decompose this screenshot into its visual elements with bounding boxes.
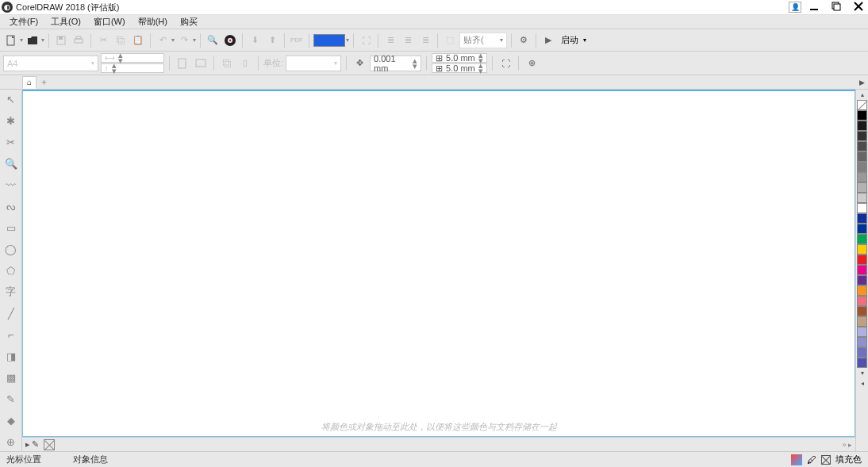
- nudge-distance-field[interactable]: 0.001 mm▴▾: [370, 56, 421, 71]
- palette-swatch-10[interactable]: [857, 213, 867, 224]
- treat-as-filled-button[interactable]: ⛶: [497, 56, 513, 71]
- export-button: ⬆: [264, 33, 280, 48]
- menu-tools[interactable]: 工具(O): [44, 16, 87, 28]
- connector-tool[interactable]: ⌐: [3, 327, 19, 343]
- menu-file[interactable]: 文件(F): [3, 16, 44, 28]
- page-size-combo[interactable]: A4▾: [3, 56, 98, 71]
- launch-arrow-icon[interactable]: ▶: [540, 33, 556, 48]
- menu-bar: 文件(F) 工具(O) 窗口(W) 帮助(H) 购买: [0, 15, 868, 29]
- palette-no-color[interactable]: [857, 100, 867, 110]
- svg-rect-8: [75, 39, 83, 43]
- add-tab-button[interactable]: ＋: [36, 76, 51, 89]
- all-pages-button: ⿻: [219, 56, 235, 71]
- palette-swatch-12[interactable]: [857, 234, 867, 244]
- color-palette: ▴ ▾ ◂: [855, 90, 868, 451]
- parallel-dim-tool[interactable]: ╱: [3, 305, 19, 321]
- outline-pen-icon[interactable]: 🖊: [807, 454, 816, 465]
- palette-swatch-17[interactable]: [857, 285, 867, 296]
- palette-swatch-4[interactable]: [857, 151, 867, 162]
- svg-rect-13: [179, 59, 186, 68]
- palette-swatch-20[interactable]: [857, 316, 867, 327]
- palette-swatch-21[interactable]: [857, 327, 867, 337]
- rectangle-tool[interactable]: ▭: [3, 220, 19, 235]
- palette-scroll-up[interactable]: ▴: [861, 90, 864, 100]
- launch-label[interactable]: 启动: [558, 34, 582, 46]
- tabs-scroll-right[interactable]: ▶: [856, 78, 868, 86]
- palette-swatch-9[interactable]: [857, 203, 867, 213]
- palette-swatch-11[interactable]: [857, 224, 867, 234]
- smart-fill-tool[interactable]: ⊕: [3, 434, 19, 450]
- palette-scroll-down[interactable]: ▾: [861, 368, 864, 378]
- palette-swatch-19[interactable]: [857, 306, 867, 316]
- polygon-tool[interactable]: ⬠: [3, 262, 19, 278]
- page-nav-back[interactable]: ▸: [25, 439, 30, 450]
- launch-dropdown[interactable]: ▾: [583, 36, 586, 44]
- page-height-field[interactable]: ↕ ▴▾: [101, 63, 164, 73]
- units-label: 单位:: [263, 57, 283, 69]
- menu-buy[interactable]: 购买: [174, 16, 204, 28]
- palette-swatch-15[interactable]: [857, 265, 867, 275]
- open-button[interactable]: [25, 33, 40, 48]
- options-button[interactable]: ⚙: [516, 33, 532, 48]
- shape-tool[interactable]: ✱: [3, 113, 19, 128]
- palette-swatch-5[interactable]: [857, 162, 867, 172]
- palette-swatch-16[interactable]: [857, 275, 867, 285]
- svg-rect-1: [832, 2, 839, 9]
- add-preset-button[interactable]: ⊕: [524, 56, 540, 71]
- canvas[interactable]: 将颜色或对象拖动至此处，以便将这些颜色与文档存储在一起: [22, 90, 855, 437]
- menu-window[interactable]: 窗口(W): [87, 16, 132, 28]
- ellipse-tool[interactable]: ◯: [3, 241, 19, 257]
- artistic-media-tool[interactable]: ᔓ: [3, 198, 19, 214]
- zoom-tool[interactable]: 🔍: [3, 155, 19, 171]
- page-bar-more[interactable]: » ▸: [842, 441, 852, 449]
- crop-tool[interactable]: ✂: [3, 134, 19, 150]
- color-proof-icon[interactable]: [791, 454, 802, 465]
- status-cursor-label: 光标位置: [6, 454, 41, 465]
- palette-swatch-2[interactable]: [857, 131, 867, 141]
- palette-swatch-23[interactable]: [857, 347, 867, 358]
- snap-button: ⛶: [358, 33, 374, 48]
- svg-line-4: [855, 2, 862, 10]
- fill-tool[interactable]: ◆: [3, 412, 19, 428]
- title-bar: ◐ CorelDRAW 2018 (评估版) 👤: [0, 0, 868, 15]
- snap-combo: 贴齐(▾: [459, 33, 507, 48]
- palette-swatch-13[interactable]: [857, 244, 867, 255]
- align-right-button: ≣: [417, 33, 433, 48]
- palette-swatch-6[interactable]: [857, 172, 867, 182]
- undo-button: ↶: [155, 33, 171, 48]
- account-icon[interactable]: 👤: [789, 2, 801, 13]
- palette-swatch-14[interactable]: [857, 255, 867, 265]
- palette-swatch-3[interactable]: [857, 141, 867, 151]
- svg-rect-14: [196, 59, 205, 67]
- close-button[interactable]: [851, 1, 866, 13]
- new-button[interactable]: [3, 33, 19, 48]
- aim-icon[interactable]: [222, 33, 238, 48]
- pick-tool[interactable]: ↖: [3, 91, 19, 107]
- home-tab[interactable]: ⌂: [22, 76, 36, 89]
- palette-swatch-24[interactable]: [857, 358, 867, 368]
- units-combo[interactable]: ▾: [286, 56, 341, 71]
- align-left-button: ≣: [382, 33, 398, 48]
- palette-swatch-0[interactable]: [857, 110, 867, 121]
- palette-flyout[interactable]: ◂: [861, 378, 864, 389]
- palette-swatch-22[interactable]: [857, 337, 867, 347]
- maximize-button[interactable]: [828, 1, 844, 13]
- page-width-field[interactable]: ⟷ ▴▾: [101, 53, 164, 63]
- no-fill-swatch[interactable]: [44, 439, 55, 450]
- palette-swatch-1[interactable]: [857, 121, 867, 131]
- text-tool[interactable]: 字: [3, 284, 19, 300]
- fill-color-picker[interactable]: ▾: [313, 34, 349, 47]
- svg-rect-7: [59, 36, 63, 40]
- transparency-tool[interactable]: ▩: [3, 369, 19, 385]
- menu-help[interactable]: 帮助(H): [132, 16, 174, 28]
- minimize-button[interactable]: [806, 1, 822, 13]
- copy-button: ⿻: [113, 33, 129, 48]
- page-nav-edit[interactable]: ✎: [32, 439, 39, 450]
- freehand-tool[interactable]: 〰: [3, 177, 19, 193]
- palette-swatch-18[interactable]: [857, 296, 867, 306]
- duplicate-y-field[interactable]: ⊞5.0 mm▴▾: [432, 63, 487, 73]
- palette-swatch-8[interactable]: [857, 193, 867, 203]
- drop-shadow-tool[interactable]: ◨: [3, 348, 19, 364]
- eyedropper-tool[interactable]: ✎: [3, 391, 19, 407]
- palette-swatch-7[interactable]: [857, 182, 867, 193]
